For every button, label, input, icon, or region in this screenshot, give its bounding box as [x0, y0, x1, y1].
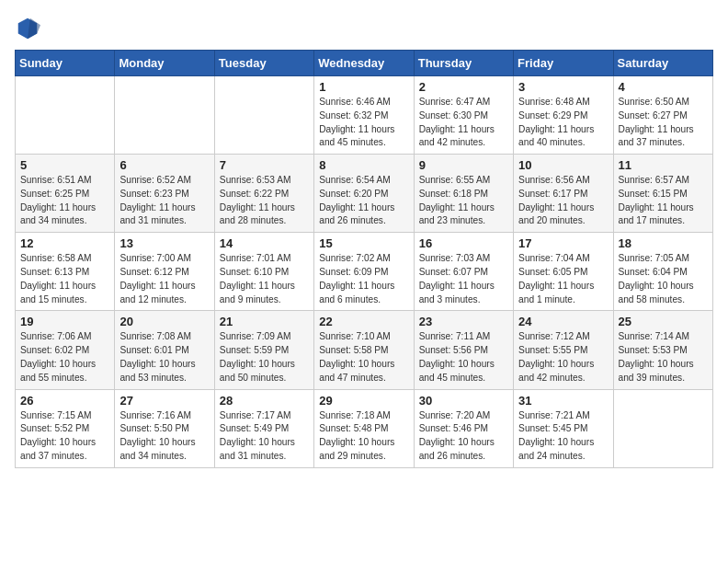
- day-number: 16: [419, 236, 508, 250]
- calendar-cell: 26Sunrise: 7:15 AM Sunset: 5:52 PM Dayli…: [16, 389, 115, 467]
- calendar-cell: 31Sunrise: 7:21 AM Sunset: 5:45 PM Dayli…: [514, 389, 613, 467]
- day-number: 7: [220, 158, 309, 172]
- calendar-cell: [115, 76, 214, 155]
- day-number: 6: [119, 158, 209, 172]
- calendar-cell: 4Sunrise: 6:50 AM Sunset: 6:27 PM Daylig…: [613, 76, 712, 155]
- day-number: 3: [518, 80, 608, 94]
- cell-info: Sunrise: 6:50 AM Sunset: 6:27 PM Dayligh…: [619, 96, 708, 150]
- calendar-cell: 21Sunrise: 7:09 AM Sunset: 5:59 PM Dayli…: [214, 311, 313, 389]
- calendar-cell: 2Sunrise: 6:47 AM Sunset: 6:30 PM Daylig…: [414, 76, 513, 155]
- day-number: 15: [319, 236, 408, 250]
- day-number: 13: [119, 236, 209, 250]
- cell-info: Sunrise: 6:57 AM Sunset: 6:15 PM Dayligh…: [619, 174, 708, 228]
- header: [15, 15, 713, 40]
- calendar-cell: 15Sunrise: 7:02 AM Sunset: 6:09 PM Dayli…: [314, 233, 414, 311]
- cell-info: Sunrise: 6:58 AM Sunset: 6:13 PM Dayligh…: [20, 252, 109, 306]
- day-header-sunday: Sunday: [16, 51, 115, 76]
- calendar-cell: 14Sunrise: 7:01 AM Sunset: 6:10 PM Dayli…: [214, 233, 313, 311]
- calendar-cell: 17Sunrise: 7:04 AM Sunset: 6:05 PM Dayli…: [514, 233, 613, 311]
- calendar-header-row: SundayMondayTuesdayWednesdayThursdayFrid…: [16, 51, 713, 76]
- day-number: 28: [220, 394, 309, 408]
- calendar-cell: 11Sunrise: 6:57 AM Sunset: 6:15 PM Dayli…: [613, 155, 712, 233]
- day-header-tuesday: Tuesday: [214, 51, 313, 76]
- calendar-cell: 29Sunrise: 7:18 AM Sunset: 5:48 PM Dayli…: [314, 389, 414, 467]
- day-number: 29: [319, 394, 408, 408]
- cell-info: Sunrise: 7:17 AM Sunset: 5:49 PM Dayligh…: [220, 409, 309, 464]
- cell-info: Sunrise: 7:04 AM Sunset: 6:05 PM Dayligh…: [518, 252, 608, 306]
- cell-info: Sunrise: 7:08 AM Sunset: 6:01 PM Dayligh…: [119, 330, 209, 385]
- day-number: 18: [619, 236, 708, 250]
- day-header-wednesday: Wednesday: [314, 51, 414, 76]
- cell-info: Sunrise: 6:52 AM Sunset: 6:23 PM Dayligh…: [119, 174, 209, 228]
- cell-info: Sunrise: 6:46 AM Sunset: 6:32 PM Dayligh…: [319, 96, 408, 150]
- calendar-cell: 24Sunrise: 7:12 AM Sunset: 5:55 PM Dayli…: [514, 311, 613, 389]
- calendar-cell: 30Sunrise: 7:20 AM Sunset: 5:46 PM Dayli…: [414, 389, 513, 467]
- day-number: 8: [319, 158, 408, 172]
- cell-info: Sunrise: 7:21 AM Sunset: 5:45 PM Dayligh…: [518, 409, 608, 464]
- day-header-saturday: Saturday: [613, 51, 712, 76]
- cell-info: Sunrise: 7:09 AM Sunset: 5:59 PM Dayligh…: [220, 330, 309, 385]
- calendar-cell: 27Sunrise: 7:16 AM Sunset: 5:50 PM Dayli…: [115, 389, 214, 467]
- cell-info: Sunrise: 6:51 AM Sunset: 6:25 PM Dayligh…: [20, 174, 109, 228]
- calendar-week-row: 19Sunrise: 7:06 AM Sunset: 6:02 PM Dayli…: [16, 311, 713, 389]
- calendar-week-row: 5Sunrise: 6:51 AM Sunset: 6:25 PM Daylig…: [16, 155, 713, 233]
- calendar-week-row: 26Sunrise: 7:15 AM Sunset: 5:52 PM Dayli…: [16, 389, 713, 467]
- day-number: 9: [419, 158, 508, 172]
- day-header-monday: Monday: [115, 51, 214, 76]
- cell-info: Sunrise: 6:55 AM Sunset: 6:18 PM Dayligh…: [419, 174, 508, 228]
- logo-icon: [15, 15, 40, 40]
- calendar-cell: [613, 389, 712, 467]
- calendar-cell: 16Sunrise: 7:03 AM Sunset: 6:07 PM Dayli…: [414, 233, 513, 311]
- page-container: SundayMondayTuesdayWednesdayThursdayFrid…: [0, 0, 728, 476]
- cell-info: Sunrise: 7:14 AM Sunset: 5:53 PM Dayligh…: [619, 330, 708, 385]
- day-number: 25: [619, 315, 708, 328]
- calendar-cell: 5Sunrise: 6:51 AM Sunset: 6:25 PM Daylig…: [16, 155, 115, 233]
- calendar-week-row: 12Sunrise: 6:58 AM Sunset: 6:13 PM Dayli…: [16, 233, 713, 311]
- day-number: 4: [619, 80, 708, 94]
- calendar-cell: [214, 76, 313, 155]
- day-number: 19: [20, 315, 109, 328]
- day-number: 30: [419, 394, 508, 408]
- day-number: 22: [319, 315, 408, 328]
- cell-info: Sunrise: 7:03 AM Sunset: 6:07 PM Dayligh…: [419, 252, 508, 306]
- day-number: 1: [319, 80, 408, 94]
- cell-info: Sunrise: 6:47 AM Sunset: 6:30 PM Dayligh…: [419, 96, 508, 150]
- day-number: 5: [20, 158, 109, 172]
- day-number: 24: [518, 315, 608, 328]
- calendar-cell: 3Sunrise: 6:48 AM Sunset: 6:29 PM Daylig…: [514, 76, 613, 155]
- day-header-thursday: Thursday: [414, 51, 513, 76]
- calendar-cell: 20Sunrise: 7:08 AM Sunset: 6:01 PM Dayli…: [115, 311, 214, 389]
- calendar-cell: 9Sunrise: 6:55 AM Sunset: 6:18 PM Daylig…: [414, 155, 513, 233]
- calendar-cell: 25Sunrise: 7:14 AM Sunset: 5:53 PM Dayli…: [613, 311, 712, 389]
- calendar-cell: 22Sunrise: 7:10 AM Sunset: 5:58 PM Dayli…: [314, 311, 414, 389]
- cell-info: Sunrise: 7:00 AM Sunset: 6:12 PM Dayligh…: [119, 252, 209, 306]
- cell-info: Sunrise: 7:11 AM Sunset: 5:56 PM Dayligh…: [419, 330, 508, 385]
- day-number: 27: [119, 394, 209, 408]
- day-header-friday: Friday: [514, 51, 613, 76]
- day-number: 10: [518, 158, 608, 172]
- day-number: 12: [20, 236, 109, 250]
- calendar-cell: 19Sunrise: 7:06 AM Sunset: 6:02 PM Dayli…: [16, 311, 115, 389]
- calendar-cell: 28Sunrise: 7:17 AM Sunset: 5:49 PM Dayli…: [214, 389, 313, 467]
- cell-info: Sunrise: 6:48 AM Sunset: 6:29 PM Dayligh…: [518, 96, 608, 150]
- calendar: SundayMondayTuesdayWednesdayThursdayFrid…: [15, 50, 713, 468]
- calendar-cell: 23Sunrise: 7:11 AM Sunset: 5:56 PM Dayli…: [414, 311, 513, 389]
- cell-info: Sunrise: 7:10 AM Sunset: 5:58 PM Dayligh…: [319, 330, 408, 385]
- cell-info: Sunrise: 7:01 AM Sunset: 6:10 PM Dayligh…: [220, 252, 309, 306]
- day-number: 2: [419, 80, 508, 94]
- cell-info: Sunrise: 7:05 AM Sunset: 6:04 PM Dayligh…: [619, 252, 708, 306]
- cell-info: Sunrise: 7:06 AM Sunset: 6:02 PM Dayligh…: [20, 330, 109, 385]
- calendar-cell: 12Sunrise: 6:58 AM Sunset: 6:13 PM Dayli…: [16, 233, 115, 311]
- cell-info: Sunrise: 7:16 AM Sunset: 5:50 PM Dayligh…: [119, 409, 209, 464]
- calendar-cell: 1Sunrise: 6:46 AM Sunset: 6:32 PM Daylig…: [314, 76, 414, 155]
- calendar-week-row: 1Sunrise: 6:46 AM Sunset: 6:32 PM Daylig…: [16, 76, 713, 155]
- cell-info: Sunrise: 7:02 AM Sunset: 6:09 PM Dayligh…: [319, 252, 408, 306]
- day-number: 21: [220, 315, 309, 328]
- calendar-cell: 7Sunrise: 6:53 AM Sunset: 6:22 PM Daylig…: [214, 155, 313, 233]
- cell-info: Sunrise: 7:20 AM Sunset: 5:46 PM Dayligh…: [419, 409, 508, 464]
- day-number: 17: [518, 236, 608, 250]
- calendar-cell: 13Sunrise: 7:00 AM Sunset: 6:12 PM Dayli…: [115, 233, 214, 311]
- cell-info: Sunrise: 6:54 AM Sunset: 6:20 PM Dayligh…: [319, 174, 408, 228]
- day-number: 26: [20, 394, 109, 408]
- cell-info: Sunrise: 6:56 AM Sunset: 6:17 PM Dayligh…: [518, 174, 608, 228]
